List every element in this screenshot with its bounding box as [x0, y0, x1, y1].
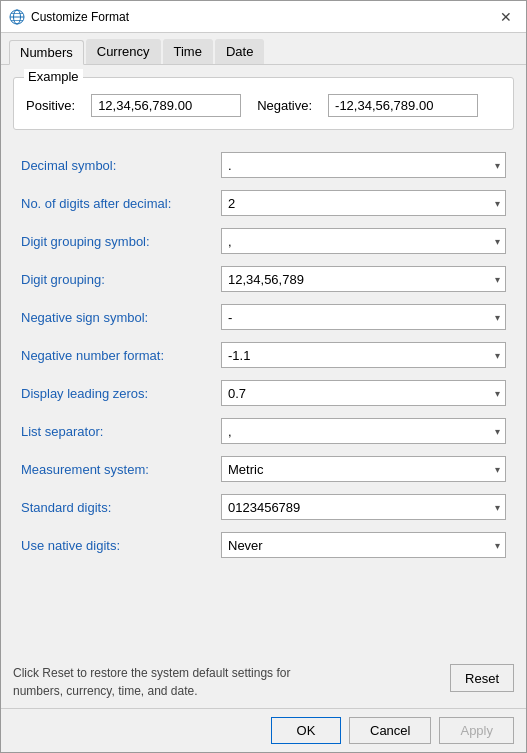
digit-grouping-select[interactable]: 12,34,56,789123,456,789 [221, 266, 506, 292]
positive-label: Positive: [26, 98, 75, 113]
footer-reset-text: Click Reset to restore the system defaul… [13, 664, 442, 700]
tab-content-numbers: Example Positive: 12,34,56,789.00 Negati… [1, 65, 526, 660]
digit-grouping-symbol-control: ,. ▾ [221, 228, 506, 254]
display-leading-zeros-select[interactable]: 0.7.7 [221, 380, 506, 406]
settings-form: Decimal symbol: . , ▾ No. of digits afte… [13, 146, 514, 564]
measurement-system-select[interactable]: MetricU.S.U.K. [221, 456, 506, 482]
reset-note-prefix: Click Reset to restore the system [13, 666, 192, 680]
example-group: Example Positive: 12,34,56,789.00 Negati… [13, 77, 514, 130]
display-leading-zeros-row: Display leading zeros: 0.7.7 ▾ [13, 374, 514, 412]
digit-grouping-symbol-select[interactable]: ,. [221, 228, 506, 254]
decimal-symbol-select[interactable]: . , [221, 152, 506, 178]
negative-sign-symbol-control: -– ▾ [221, 304, 506, 330]
negative-label: Negative: [257, 98, 312, 113]
positive-value: 12,34,56,789.00 [91, 94, 241, 117]
measurement-system-label: Measurement system: [21, 462, 221, 477]
list-separator-control: ,; ▾ [221, 418, 506, 444]
customize-format-window: Customize Format ✕ Numbers Currency Time… [0, 0, 527, 753]
tab-bar: Numbers Currency Time Date [1, 33, 526, 65]
decimal-symbol-control: . , ▾ [221, 152, 506, 178]
apply-button[interactable]: Apply [439, 717, 514, 744]
list-separator-select[interactable]: ,; [221, 418, 506, 444]
button-bar: OK Cancel Apply [1, 708, 526, 752]
digit-grouping-control: 12,34,56,789123,456,789 ▾ [221, 266, 506, 292]
tab-numbers[interactable]: Numbers [9, 40, 84, 65]
negative-sign-symbol-select[interactable]: -– [221, 304, 506, 330]
decimal-symbol-label: Decimal symbol: [21, 158, 221, 173]
cancel-button[interactable]: Cancel [349, 717, 431, 744]
digits-after-decimal-row: No. of digits after decimal: 01234 ▾ [13, 184, 514, 222]
example-legend: Example [24, 69, 83, 84]
standard-digits-control: 0123456789 ▾ [221, 494, 506, 520]
list-separator-row: List separator: ,; ▾ [13, 412, 514, 450]
use-native-digits-label: Use native digits: [21, 538, 221, 553]
standard-digits-label: Standard digits: [21, 500, 221, 515]
measurement-system-row: Measurement system: MetricU.S.U.K. ▾ [13, 450, 514, 488]
negative-sign-symbol-row: Negative sign symbol: -– ▾ [13, 298, 514, 336]
close-button[interactable]: ✕ [494, 5, 518, 29]
display-leading-zeros-control: 0.7.7 ▾ [221, 380, 506, 406]
ok-button[interactable]: OK [271, 717, 341, 744]
negative-number-format-label: Negative number format: [21, 348, 221, 363]
digits-after-decimal-label: No. of digits after decimal: [21, 196, 221, 211]
negative-sign-symbol-label: Negative sign symbol: [21, 310, 221, 325]
negative-value: -12,34,56,789.00 [328, 94, 478, 117]
titlebar: Customize Format ✕ [1, 1, 526, 33]
digit-grouping-symbol-row: Digit grouping symbol: ,. ▾ [13, 222, 514, 260]
negative-number-format-select[interactable]: -1.1- 1.1(1.1) [221, 342, 506, 368]
measurement-system-control: MetricU.S.U.K. ▾ [221, 456, 506, 482]
digit-grouping-row: Digit grouping: 12,34,56,789123,456,789 … [13, 260, 514, 298]
tab-time[interactable]: Time [163, 39, 213, 64]
use-native-digits-control: NeverAlwaysNational ▾ [221, 532, 506, 558]
example-row: Positive: 12,34,56,789.00 Negative: -12,… [26, 94, 501, 117]
decimal-symbol-row: Decimal symbol: . , ▾ [13, 146, 514, 184]
use-native-digits-row: Use native digits: NeverAlwaysNational ▾ [13, 526, 514, 564]
tab-currency[interactable]: Currency [86, 39, 161, 64]
reset-button[interactable]: Reset [450, 664, 514, 692]
digits-after-decimal-select[interactable]: 01234 [221, 190, 506, 216]
digit-grouping-label: Digit grouping: [21, 272, 221, 287]
digits-after-decimal-control: 01234 ▾ [221, 190, 506, 216]
globe-icon [9, 9, 25, 25]
standard-digits-row: Standard digits: 0123456789 ▾ [13, 488, 514, 526]
window-title: Customize Format [31, 10, 494, 24]
tab-date[interactable]: Date [215, 39, 264, 64]
use-native-digits-select[interactable]: NeverAlwaysNational [221, 532, 506, 558]
negative-number-format-row: Negative number format: -1.1- 1.1(1.1) ▾ [13, 336, 514, 374]
footer-reset-row: Click Reset to restore the system defaul… [1, 660, 526, 708]
list-separator-label: List separator: [21, 424, 221, 439]
negative-number-format-control: -1.1- 1.1(1.1) ▾ [221, 342, 506, 368]
digit-grouping-symbol-label: Digit grouping symbol: [21, 234, 221, 249]
standard-digits-select[interactable]: 0123456789 [221, 494, 506, 520]
reset-note-link: default [192, 666, 228, 680]
display-leading-zeros-label: Display leading zeros: [21, 386, 221, 401]
